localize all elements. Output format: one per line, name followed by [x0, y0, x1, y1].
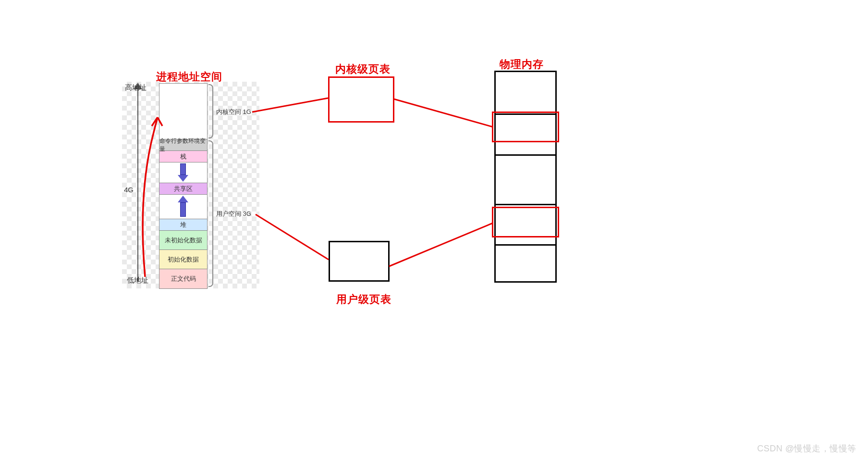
- vspace-stack: 命令行参数环境变量 栈 共享区 堆 未初始化数据 初始化数据 正文代码: [159, 83, 208, 289]
- label-4g: 4G: [124, 186, 134, 194]
- brace-kernel-label: 内核空间 1G: [216, 108, 251, 116]
- arrow-stack-down-icon: [178, 163, 188, 182]
- seg-heap: 堆: [159, 219, 207, 231]
- brace-kernel: [208, 84, 213, 138]
- svg-line-1: [394, 99, 493, 127]
- kernel-page-table-box: [328, 76, 394, 123]
- svg-line-0: [252, 98, 328, 112]
- svg-line-3: [389, 223, 493, 266]
- seg-text: 正文代码: [159, 269, 207, 288]
- title-phys-mem: 物理内存: [500, 57, 544, 72]
- label-low-addr: 低地址: [127, 276, 148, 285]
- brace-user: [208, 140, 213, 287]
- svg-line-2: [256, 214, 329, 260]
- label-high-addr: 高地址: [125, 83, 147, 92]
- user-page-table-box: [329, 241, 390, 282]
- arrow-heap-up-icon: [178, 196, 188, 217]
- seg-bss: 未初始化数据: [159, 231, 207, 250]
- title-user-pt: 用户级页表: [336, 292, 391, 307]
- seg-kernel: [159, 84, 207, 139]
- seg-env: 命令行参数环境变量: [159, 139, 207, 151]
- seg-shared: 共享区: [159, 183, 207, 195]
- diagram-canvas: 进程地址空间 内核级页表 物理内存 用户级页表 高地址 低地址 4G 命令行参数…: [0, 0, 868, 461]
- title-kernel-pt: 内核级页表: [335, 62, 391, 76]
- brace-user-label: 用户空间 3G: [216, 210, 251, 218]
- physical-memory-column: [494, 71, 557, 283]
- seg-data: 初始化数据: [159, 250, 207, 269]
- watermark: CSDN @慢慢走，慢慢等: [757, 443, 856, 454]
- address-axis-arrow: [134, 86, 142, 282]
